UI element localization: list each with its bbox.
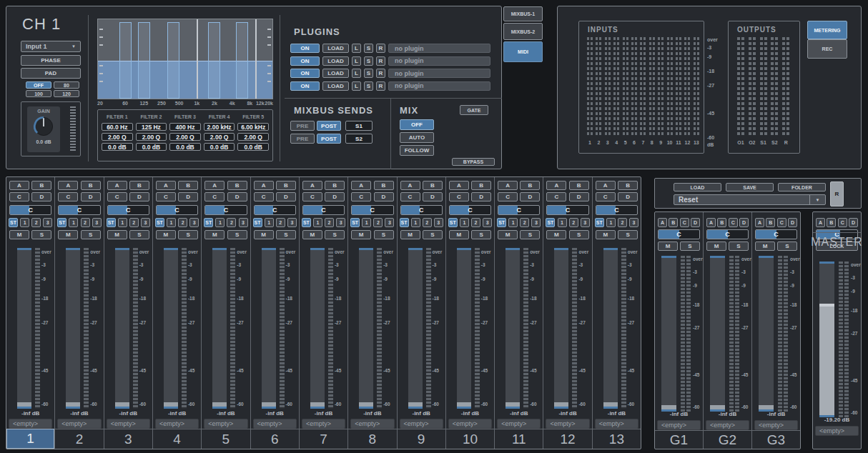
solo-button[interactable]: S <box>423 230 443 239</box>
plugin-s-button[interactable]: S <box>364 56 373 66</box>
bus-c-button[interactable]: C <box>596 192 616 201</box>
bus-d-button[interactable]: D <box>31 192 51 201</box>
mute-button[interactable]: M <box>58 230 78 239</box>
strip-name-field[interactable]: <empty> <box>9 419 52 429</box>
bus-d-button[interactable]: D <box>569 192 589 201</box>
solo-button[interactable]: S <box>374 230 394 239</box>
volume-fader[interactable] <box>164 248 178 409</box>
fader-handle[interactable] <box>505 402 520 409</box>
volume-fader[interactable] <box>457 248 471 409</box>
send-3-button[interactable]: 3 <box>92 218 102 227</box>
bus-b-button[interactable]: B <box>569 181 589 190</box>
bus-c-button[interactable]: C <box>838 218 847 227</box>
pan-slider[interactable]: C <box>546 205 588 215</box>
plugin-on-button[interactable]: ON <box>290 69 320 78</box>
strip-select-label[interactable]: 13 <box>593 429 641 449</box>
hpf-80-button[interactable]: 80 <box>54 81 79 89</box>
send-2-button[interactable]: 2 <box>227 218 236 227</box>
pan-slider[interactable]: C <box>58 205 100 215</box>
send-3-button[interactable]: 3 <box>287 218 297 227</box>
plugin-load-button[interactable]: LOAD <box>322 69 349 78</box>
volume-fader[interactable] <box>505 248 520 409</box>
bus-a-button[interactable]: A <box>449 181 469 190</box>
pan-slider[interactable]: C <box>596 205 638 215</box>
send-2-button[interactable]: 2 <box>129 218 139 227</box>
strip-name-field[interactable]: <empty> <box>350 419 394 429</box>
bus-c-button[interactable]: C <box>777 218 786 227</box>
filter-freq-field[interactable]: 400 Hz <box>169 123 201 131</box>
fader-handle[interactable] <box>408 402 423 409</box>
preset-load-button[interactable]: LOAD <box>674 183 721 191</box>
send-1-button[interactable]: 1 <box>167 218 176 227</box>
solo-button[interactable]: S <box>471 230 491 239</box>
bus-c-button[interactable]: C <box>400 192 420 201</box>
mute-button[interactable]: M <box>254 230 274 239</box>
bus-a-button[interactable]: A <box>816 218 825 227</box>
volume-fader[interactable] <box>759 256 774 412</box>
eq-band-bar[interactable] <box>167 22 179 99</box>
strip-select-label[interactable]: 10 <box>446 429 494 449</box>
bus-a-button[interactable]: A <box>596 181 616 190</box>
volume-fader[interactable] <box>408 248 423 409</box>
bus-b-button[interactable]: B <box>520 181 540 190</box>
send-2-button[interactable]: 2 <box>325 218 334 227</box>
solo-button[interactable]: S <box>31 230 51 239</box>
send-3-button[interactable]: 3 <box>581 218 590 227</box>
bus-a-button[interactable]: A <box>351 181 371 190</box>
send-2-button[interactable]: 2 <box>276 218 285 227</box>
fader-handle[interactable] <box>310 402 325 409</box>
send-level-field[interactable]: S2 <box>345 134 373 144</box>
strip-select-label[interactable]: 2 <box>55 429 103 449</box>
filter-gain-field[interactable]: 0.0 dB <box>136 143 167 151</box>
strip-name-field[interactable]: <empty> <box>448 419 492 429</box>
hpf-100-button[interactable]: 100 <box>26 90 51 97</box>
solo-button[interactable]: S <box>325 230 345 239</box>
strip-select-label[interactable]: G1 <box>655 430 703 449</box>
send-3-button[interactable]: 3 <box>434 218 443 227</box>
send-1-button[interactable]: 1 <box>558 218 567 227</box>
bus-d-button[interactable]: D <box>276 192 296 201</box>
pan-slider[interactable]: C <box>254 205 296 215</box>
mute-button[interactable]: M <box>498 230 518 239</box>
volume-fader[interactable] <box>17 248 31 409</box>
fader-handle[interactable] <box>212 402 227 409</box>
st-button[interactable]: ST <box>400 218 409 227</box>
mute-button[interactable]: M <box>400 230 420 239</box>
tab-mixbus-1[interactable]: MIXBUS-1 <box>503 6 543 21</box>
eq-band-bar[interactable] <box>208 22 220 99</box>
strip-select-label[interactable]: 11 <box>495 429 543 449</box>
fader-handle[interactable] <box>457 402 471 409</box>
bus-a-button[interactable]: A <box>107 181 127 190</box>
send-3-button[interactable]: 3 <box>385 218 394 227</box>
st-button[interactable]: ST <box>448 218 458 227</box>
fader-handle[interactable] <box>17 402 31 409</box>
plugin-r-button[interactable]: R <box>376 56 385 66</box>
plugin-r-button[interactable]: R <box>376 69 385 78</box>
gain-knob[interactable]: GAIN 0.0 dB <box>27 106 60 152</box>
plugin-name-field[interactable]: no plugin <box>388 69 490 78</box>
send-2-button[interactable]: 2 <box>423 218 432 227</box>
filter-q-field[interactable]: 2.00 Q <box>204 133 235 141</box>
bus-a-button[interactable]: A <box>706 218 716 227</box>
fader-handle[interactable] <box>164 402 178 409</box>
solo-button[interactable]: S <box>129 230 149 239</box>
eq-band-bar[interactable] <box>119 22 132 99</box>
bus-c-button[interactable]: C <box>680 218 689 227</box>
mix-follow-button[interactable]: FOLLOW <box>400 145 434 156</box>
bus-c-button[interactable]: C <box>449 192 469 201</box>
fader-handle[interactable] <box>554 402 568 409</box>
bus-b-button[interactable]: B <box>618 181 638 190</box>
bus-b-button[interactable]: B <box>423 181 443 190</box>
strip-name-field[interactable]: <empty> <box>595 419 638 429</box>
bus-c-button[interactable]: C <box>156 192 176 201</box>
metering-button[interactable]: METERING <box>807 21 847 39</box>
strip-select-label[interactable]: MASTER <box>813 232 861 251</box>
bus-d-button[interactable]: D <box>129 192 149 201</box>
pan-slider[interactable]: C <box>755 229 797 239</box>
send-3-button[interactable]: 3 <box>189 218 199 227</box>
mute-button[interactable]: M <box>156 230 176 239</box>
r-button[interactable]: R <box>830 181 844 206</box>
filter-q-field[interactable]: 2.00 Q <box>237 133 269 141</box>
strip-name-field[interactable]: <empty> <box>657 420 701 430</box>
strip-name-field[interactable]: <empty> <box>302 419 345 429</box>
